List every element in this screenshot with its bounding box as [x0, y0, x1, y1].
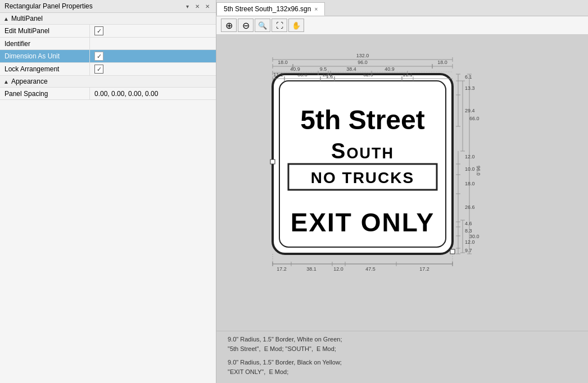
svg-rect-8	[450, 249, 455, 254]
section-appearance[interactable]: ▲ Appearance	[0, 76, 216, 88]
close-panel-button[interactable]: ✕	[203, 2, 211, 10]
svg-text:EXIT ONLY: EXIT ONLY	[291, 208, 435, 237]
description-line-3: 9.0" Radius, 1.5" Border, Black on Yello…	[228, 358, 577, 368]
panel-title-bar: Rectangular Panel Properties ▾ ✕ ✕	[0, 0, 216, 13]
svg-text:13.3: 13.3	[465, 85, 475, 91]
svg-text:4.6: 4.6	[465, 221, 472, 226]
value-panel-spacing[interactable]: 0.00, 0.00, 0.00, 0.00	[90, 88, 216, 99]
toolbar: ⊕ ⊖ 🔍 ⛶ ✋	[216, 16, 588, 35]
row-dimension-as-unit[interactable]: Dimension As Unit ✓	[0, 50, 216, 63]
svg-text:38.4: 38.4	[346, 66, 356, 72]
svg-text:10.0: 10.0	[465, 166, 475, 172]
svg-text:12.0: 12.0	[333, 266, 343, 272]
svg-text:17.2: 17.2	[277, 266, 287, 272]
row-edit-multipanel[interactable]: Edit MultiPanel ✓	[0, 25, 216, 38]
svg-text:132.0: 132.0	[356, 53, 369, 58]
label-panel-spacing: Panel Spacing	[0, 88, 90, 99]
properties-table: ▲ MultiPanel Edit MultiPanel ✓ Identifie…	[0, 13, 216, 383]
svg-text:11.1: 11.1	[402, 72, 413, 77]
svg-text:96.0: 96.0	[358, 60, 368, 65]
svg-text:33.6: 33.6	[297, 72, 307, 77]
tab-active[interactable]: 5th Street South_132x96.sgn ×	[216, 2, 325, 16]
svg-text:30.0: 30.0	[469, 234, 480, 239]
zoom-out-button[interactable]: ⊖	[238, 19, 254, 32]
svg-text:12.0: 12.0	[465, 239, 475, 245]
value-dimension-as-unit[interactable]: ✓	[90, 50, 216, 62]
description-line-2: "5th Street", E Mod; "SOUTH", E Mod;	[228, 344, 577, 354]
svg-text:5th Street: 5th Street	[300, 105, 424, 135]
svg-text:12.0: 12.0	[465, 154, 475, 159]
svg-text:47.5: 47.5	[365, 266, 376, 272]
pin-button[interactable]: ▾	[183, 2, 191, 10]
sign-svg: 5th Street South NO TRUCKS EXIT ONLY	[228, 46, 542, 321]
pan-button[interactable]: ✋	[288, 19, 304, 32]
row-panel-spacing[interactable]: Panel Spacing 0.00, 0.00, 0.00, 0.00	[0, 88, 216, 100]
panel-title: Rectangular Panel Properties	[4, 2, 93, 10]
row-lock-arrangement[interactable]: Lock Arrangement ✓	[0, 63, 216, 76]
tab-label: 5th Street South_132x96.sgn	[224, 5, 311, 13]
checkbox-lock-arrangement[interactable]: ✓	[94, 65, 103, 74]
tab-close-button[interactable]: ×	[314, 6, 318, 12]
svg-text:29.4: 29.4	[465, 108, 475, 113]
svg-text:8.3: 8.3	[465, 228, 472, 234]
svg-rect-7	[270, 159, 275, 164]
label-lock-arrangement: Lock Arrangement	[0, 63, 90, 75]
checkbox-dimension-as-unit[interactable]: ✓	[94, 52, 103, 61]
description-line-1: 9.0" Radius, 1.5" Border, White on Green…	[228, 335, 577, 345]
pan-icon: ✋	[292, 21, 301, 30]
right-panel: 5th Street South_132x96.sgn × ⊕ ⊖ 🔍 ⛶ ✋	[216, 0, 588, 383]
label-dimension-as-unit: Dimension As Unit	[0, 50, 90, 62]
multipanel-toggle: ▲	[3, 16, 9, 22]
left-panel: Rectangular Panel Properties ▾ ✕ ✕ ▲ Mul…	[0, 0, 216, 383]
svg-text:18.0: 18.0	[278, 60, 288, 65]
description-area: 9.0" Radius, 1.5" Border, White on Green…	[216, 331, 588, 383]
label-edit-multipanel: Edit MultiPanel	[0, 25, 90, 37]
svg-text:17.2: 17.2	[419, 266, 429, 272]
value-edit-multipanel[interactable]: ✓	[90, 25, 216, 37]
svg-text:26.6: 26.6	[465, 204, 475, 210]
diagram-wrapper: 5th Street South NO TRUCKS EXIT ONLY	[228, 46, 542, 323]
svg-text:62.9: 62.9	[363, 72, 373, 77]
svg-text:40.9: 40.9	[385, 66, 395, 72]
checkbox-edit-multipanel[interactable]: ✓	[94, 26, 103, 35]
tab-bar: 5th Street South_132x96.sgn ×	[216, 0, 588, 16]
zoom-fit-button[interactable]: 🔍	[255, 19, 270, 32]
fit-all-button[interactable]: ⛶	[272, 19, 287, 32]
row-identifier[interactable]: Identifier	[0, 38, 216, 50]
zoom-in-icon: ⊕	[225, 20, 233, 31]
svg-text:40.9: 40.9	[290, 66, 300, 72]
svg-text:South: South	[331, 139, 394, 163]
value-lock-arrangement[interactable]: ✓	[90, 63, 216, 75]
section-multipanel[interactable]: ▲ MultiPanel	[0, 13, 216, 25]
svg-text:11.1: 11.1	[273, 72, 283, 77]
svg-text:38.1: 38.1	[306, 266, 316, 272]
float-button[interactable]: ✕	[193, 2, 201, 10]
svg-text:18.0: 18.0	[437, 60, 447, 65]
svg-text:66.0: 66.0	[469, 116, 480, 121]
description-line-4: "EXIT ONLY", E Mod;	[228, 367, 577, 377]
appearance-toggle: ▲	[3, 79, 9, 85]
svg-text:18.0: 18.0	[465, 181, 475, 186]
svg-text:9.7: 9.7	[465, 248, 472, 253]
svg-text:96.0: 96.0	[476, 166, 481, 176]
panel-title-actions: ▾ ✕ ✕	[183, 2, 211, 10]
canvas-area[interactable]: 5th Street South NO TRUCKS EXIT ONLY	[216, 35, 588, 331]
appearance-label: Appearance	[11, 77, 48, 85]
svg-text:6.1: 6.1	[465, 74, 472, 80]
zoom-in-button[interactable]: ⊕	[221, 19, 237, 32]
svg-text:9.5: 9.5	[320, 66, 327, 72]
label-identifier: Identifier	[0, 38, 90, 49]
multipanel-label: MultiPanel	[11, 15, 43, 22]
value-identifier[interactable]	[90, 38, 216, 49]
svg-text:13.3: 13.3	[322, 72, 332, 77]
svg-text:NO TRUCKS: NO TRUCKS	[311, 169, 414, 186]
zoom-fit-icon: 🔍	[258, 21, 267, 30]
fit-all-icon: ⛶	[276, 21, 283, 30]
zoom-out-icon: ⊖	[242, 20, 250, 31]
